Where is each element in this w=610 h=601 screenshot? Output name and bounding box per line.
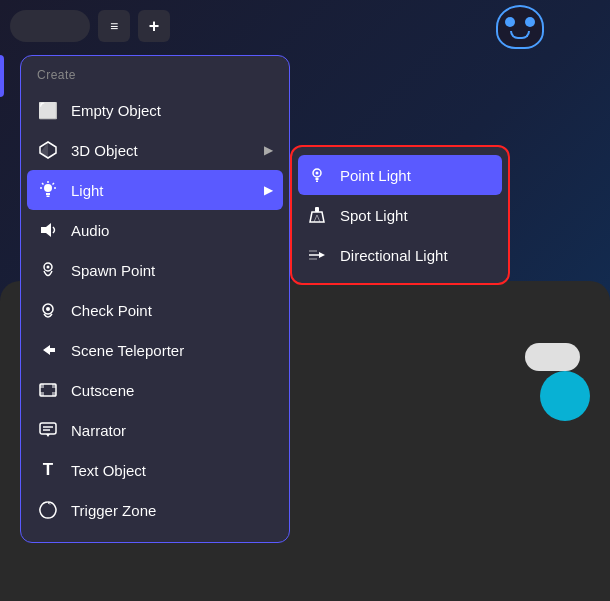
svg-rect-28 xyxy=(316,181,318,183)
menu-item-empty-object[interactable]: ⬜ Empty Object xyxy=(21,90,289,130)
svg-line-6 xyxy=(42,183,44,185)
cutscene-icon xyxy=(37,379,59,401)
top-bar-left-panel xyxy=(10,10,90,42)
menu-item-light[interactable]: Light ▶ xyxy=(27,170,283,210)
menu-item-spawn-point-label: Spawn Point xyxy=(71,262,155,279)
svg-rect-20 xyxy=(52,392,56,396)
menu-item-narrator-label: Narrator xyxy=(71,422,126,439)
svg-marker-33 xyxy=(319,252,325,258)
submenu-item-point-light[interactable]: Point Light xyxy=(298,155,502,195)
menu-item-empty-object-label: Empty Object xyxy=(71,102,161,119)
svg-point-2 xyxy=(44,184,52,192)
menu-item-light-label: Light xyxy=(71,182,104,199)
scene-teleporter-icon xyxy=(37,339,59,361)
submenu-item-directional-light[interactable]: Directional Light xyxy=(292,235,508,275)
light-submenu: Point Light Spot Light Directional Light xyxy=(290,145,510,285)
active-indicator xyxy=(0,55,4,97)
menu-item-audio-label: Audio xyxy=(71,222,109,239)
menu-item-trigger-zone-label: Trigger Zone xyxy=(71,502,156,519)
light-icon xyxy=(37,179,59,201)
svg-point-12 xyxy=(47,266,50,269)
svg-marker-10 xyxy=(41,223,51,237)
menu-item-3d-object-label: 3D Object xyxy=(71,142,138,159)
menu-item-trigger-zone[interactable]: Trigger Zone xyxy=(21,490,289,530)
light-arrow: ▶ xyxy=(264,183,273,197)
point-light-icon xyxy=(306,164,328,186)
menu-header: Create xyxy=(21,68,289,90)
svg-line-31 xyxy=(317,215,320,222)
check-point-icon xyxy=(37,299,59,321)
toggle-control[interactable] xyxy=(525,343,580,371)
svg-rect-3 xyxy=(46,193,50,195)
filter-icon: ≡ xyxy=(110,18,118,34)
trigger-zone-icon xyxy=(37,499,59,521)
submenu-item-spot-light[interactable]: Spot Light xyxy=(292,195,508,235)
menu-item-check-point-label: Check Point xyxy=(71,302,152,319)
svg-point-14 xyxy=(46,307,50,311)
menu-item-audio[interactable]: Audio xyxy=(21,210,289,250)
svg-rect-4 xyxy=(47,196,50,198)
top-bar: ≡ + xyxy=(10,10,600,42)
svg-point-26 xyxy=(316,172,319,175)
svg-marker-15 xyxy=(43,345,55,355)
3d-object-arrow: ▶ xyxy=(264,143,273,157)
submenu-item-directional-light-label: Directional Light xyxy=(340,247,448,264)
menu-item-cutscene-label: Cutscene xyxy=(71,382,134,399)
menu-item-text-object-label: Text Object xyxy=(71,462,146,479)
filter-button[interactable]: ≡ xyxy=(98,10,130,42)
text-object-icon: T xyxy=(37,459,59,481)
svg-line-7 xyxy=(53,183,55,185)
spot-light-icon xyxy=(306,204,328,226)
menu-item-check-point[interactable]: Check Point xyxy=(21,290,289,330)
svg-rect-17 xyxy=(40,384,44,388)
add-icon: + xyxy=(149,16,160,37)
add-button[interactable]: + xyxy=(138,10,170,42)
menu-item-narrator[interactable]: Narrator xyxy=(21,410,289,450)
svg-rect-27 xyxy=(316,178,319,180)
spawn-point-icon xyxy=(37,259,59,281)
svg-rect-18 xyxy=(52,384,56,388)
svg-rect-21 xyxy=(40,423,56,434)
menu-item-scene-teleporter-label: Scene Teleporter xyxy=(71,342,184,359)
empty-object-icon: ⬜ xyxy=(37,99,59,121)
menu-item-spawn-point[interactable]: Spawn Point xyxy=(21,250,289,290)
cyan-accent xyxy=(540,371,590,421)
narrator-icon xyxy=(37,419,59,441)
directional-light-icon xyxy=(306,244,328,266)
menu-item-3d-object[interactable]: 3D Object ▶ xyxy=(21,130,289,170)
create-menu: Create ⬜ Empty Object 3D Object ▶ xyxy=(20,55,290,543)
submenu-item-point-light-label: Point Light xyxy=(340,167,411,184)
3d-object-icon xyxy=(37,139,59,161)
menu-item-cutscene[interactable]: Cutscene xyxy=(21,370,289,410)
svg-rect-19 xyxy=(40,392,44,396)
svg-line-30 xyxy=(314,215,317,222)
audio-icon xyxy=(37,219,59,241)
menu-item-scene-teleporter[interactable]: Scene Teleporter xyxy=(21,330,289,370)
submenu-item-spot-light-label: Spot Light xyxy=(340,207,408,224)
menu-item-text-object[interactable]: T Text Object xyxy=(21,450,289,490)
